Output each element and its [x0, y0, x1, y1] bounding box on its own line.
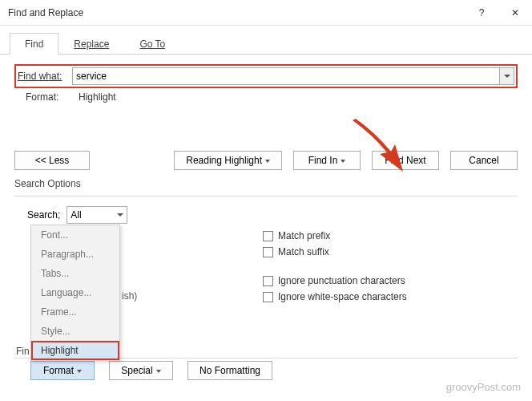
format-menu-highlight[interactable]: Highlight: [31, 341, 119, 360]
format-menu-popup: Font... Paragraph... Tabs... Language...…: [30, 225, 120, 361]
checkbox-icon: [263, 247, 273, 257]
help-button[interactable]: ?: [465, 0, 498, 26]
special-button[interactable]: Special: [109, 361, 173, 380]
checkbox-icon: [263, 292, 273, 302]
action-buttons-row: << Less Reading Highlight Find In Find N…: [14, 151, 518, 170]
tab-strip: Find Replace Go To: [0, 26, 532, 55]
tab-find[interactable]: Find: [10, 33, 58, 55]
find-what-input-wrap: [72, 67, 514, 85]
search-options-label: Search Options: [14, 178, 518, 189]
chevron-down-icon: [337, 155, 345, 166]
checkbox-label: Match suffix: [278, 246, 329, 257]
checkbox-label: Ignore punctuation characters: [278, 275, 405, 286]
format-menu-frame[interactable]: Frame...: [31, 302, 119, 322]
format-menu-tabs[interactable]: Tabs...: [31, 264, 119, 283]
format-value: Highlight: [79, 91, 116, 103]
find-next-button[interactable]: Find Next: [372, 151, 439, 170]
close-icon: ✕: [511, 7, 519, 18]
search-direction-label: Search;: [27, 209, 60, 221]
format-label: Format:: [14, 91, 72, 103]
chevron-down-icon: [117, 213, 123, 217]
format-button[interactable]: Format: [30, 361, 95, 380]
find-what-label: Find what:: [18, 71, 66, 82]
checkbox-icon: [263, 231, 273, 241]
format-menu-language[interactable]: Language...: [31, 283, 119, 302]
find-format-row: Format: Highlight: [14, 91, 518, 103]
chevron-down-icon: [74, 365, 82, 376]
options-right-column: Match prefix Match suffix Ignore punctua…: [255, 230, 407, 350]
chevron-down-icon: [504, 75, 510, 78]
format-menu-paragraph[interactable]: Paragraph...: [31, 245, 119, 264]
cancel-button[interactable]: Cancel: [450, 151, 518, 170]
ignore-whitespace-checkbox[interactable]: Ignore white-space characters: [263, 291, 407, 302]
titlebar: Find and Replace ? ✕: [0, 0, 532, 26]
chevron-down-icon: [153, 365, 161, 376]
tab-replace[interactable]: Replace: [58, 33, 124, 55]
checkbox-icon: [263, 276, 273, 286]
find-in-button[interactable]: Find In: [293, 151, 361, 170]
ignore-punctuation-checkbox[interactable]: Ignore punctuation characters: [263, 275, 407, 286]
format-menu-font[interactable]: Font...: [31, 225, 119, 245]
footer-buttons: Format Special No Formatting: [30, 361, 272, 380]
match-prefix-checkbox[interactable]: Match prefix: [263, 230, 407, 241]
close-button[interactable]: ✕: [498, 0, 532, 26]
find-section-label: Fin: [16, 346, 30, 357]
find-what-dropdown[interactable]: [499, 68, 514, 84]
tab-goto[interactable]: Go To: [124, 33, 180, 55]
find-what-input[interactable]: [72, 67, 514, 85]
chevron-down-icon: [262, 155, 270, 166]
search-direction-select[interactable]: All: [66, 206, 127, 224]
format-menu-style[interactable]: Style...: [31, 322, 119, 341]
search-direction-value: All: [71, 209, 81, 221]
search-direction-row: Search; All: [27, 206, 518, 224]
window-title: Find and Replace: [8, 7, 465, 18]
reading-highlight-button[interactable]: Reading Highlight: [174, 151, 282, 170]
match-suffix-checkbox[interactable]: Match suffix: [263, 246, 407, 257]
checkbox-label: Ignore white-space characters: [278, 291, 407, 302]
no-formatting-button[interactable]: No Formatting: [187, 361, 272, 380]
checkbox-label: Match prefix: [278, 230, 330, 241]
obscured-text-fragment: ish): [122, 290, 137, 302]
less-button[interactable]: << Less: [14, 151, 90, 170]
find-what-row: Find what:: [14, 64, 518, 88]
watermark: groovyPost.com: [446, 381, 521, 393]
